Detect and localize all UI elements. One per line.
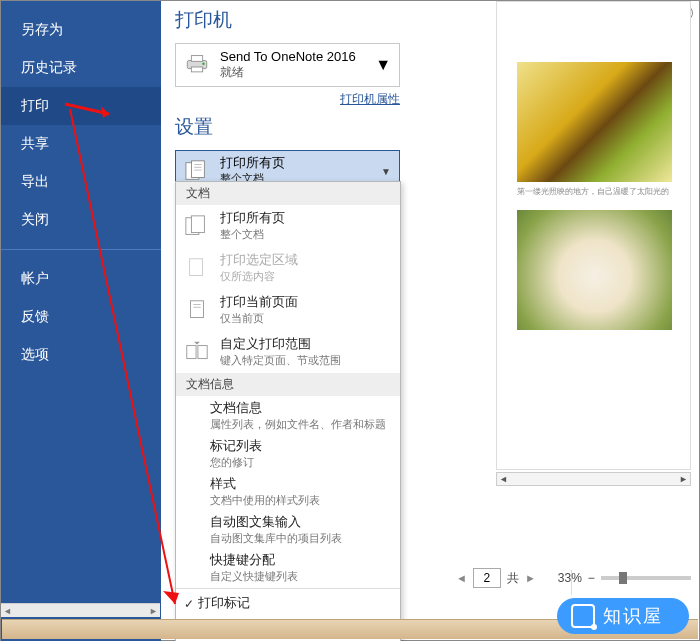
- svg-rect-12: [190, 301, 203, 318]
- pages-icon: [184, 214, 210, 238]
- sidebar-item-feedback[interactable]: 反馈: [1, 298, 161, 336]
- page-total-label: 共: [507, 570, 519, 587]
- sidebar-item-close[interactable]: 关闭: [1, 201, 161, 239]
- print-panel: ? 打印机 Send To OneNote 2016 就绪 ▼ 打印机属性 设置…: [161, 1, 699, 640]
- menu-item-markup-list[interactable]: 标记列表您的修订: [176, 434, 400, 472]
- preview-page: 第一缕光照映的地方，自己温暖了太阳光的: [496, 1, 691, 470]
- sidebar-scrollbar[interactable]: ◄►: [1, 603, 160, 617]
- sidebar-item-history[interactable]: 历史记录: [1, 49, 161, 87]
- preview-caption: 第一缕光照映的地方，自己温暖了太阳光的: [517, 186, 680, 197]
- menu-item-print-all[interactable]: 打印所有页整个文档: [176, 205, 400, 247]
- zoom-out-icon[interactable]: −: [588, 571, 595, 585]
- sidebar-item-export[interactable]: 导出: [1, 163, 161, 201]
- preview-image-dog: [517, 210, 672, 330]
- zoom-bar: ◄ 共 ► 33% −: [456, 568, 691, 588]
- printer-selector[interactable]: Send To OneNote 2016 就绪 ▼: [175, 43, 400, 87]
- zoom-slider[interactable]: [601, 576, 691, 580]
- preview-image-flower: [517, 62, 672, 182]
- preview-scrollbar[interactable]: ◄►: [496, 472, 691, 486]
- svg-rect-16: [198, 346, 207, 359]
- printer-icon: [184, 54, 210, 76]
- print-range-title: 打印所有页: [220, 155, 285, 171]
- printer-status: 就绪: [220, 64, 356, 81]
- logo-icon: [571, 604, 595, 628]
- page-number-input[interactable]: [473, 568, 501, 588]
- menu-group-docinfo: 文档信息: [176, 373, 400, 396]
- menu-item-print-markup[interactable]: ✓打印标记: [176, 591, 400, 616]
- page-icon: [184, 298, 210, 322]
- watermark-badge: 知识屋: [557, 598, 689, 634]
- check-icon: ✓: [180, 597, 198, 611]
- svg-rect-2: [191, 67, 202, 72]
- chevron-down-icon: ▼: [381, 165, 391, 176]
- print-range-menu: 文档 打印所有页整个文档 打印选定区域仅所选内容 打印当前页面仅当前页 自定义打…: [175, 181, 401, 641]
- svg-rect-5: [191, 160, 204, 177]
- page-prev[interactable]: ◄: [456, 572, 467, 584]
- watermark-text: 知识屋: [603, 604, 663, 628]
- chevron-down-icon: ▼: [375, 56, 391, 74]
- svg-point-3: [202, 63, 204, 65]
- backstage-sidebar: 另存为 历史记录 打印 共享 导出 关闭 帐户 反馈 选项 ◄►: [1, 1, 161, 641]
- scroll-right-icon[interactable]: ►: [679, 474, 688, 484]
- sidebar-item-options[interactable]: 选项: [1, 336, 161, 374]
- print-preview: 第一缕光照映的地方，自己温暖了太阳光的 ◄►: [441, 1, 691, 570]
- printer-name: Send To OneNote 2016: [220, 49, 356, 64]
- sidebar-item-print[interactable]: 打印: [1, 87, 161, 125]
- printer-properties-link[interactable]: 打印机属性: [340, 92, 400, 106]
- menu-group-document: 文档: [176, 182, 400, 205]
- sidebar-item-saveas[interactable]: 另存为: [1, 11, 161, 49]
- pages-icon: [184, 159, 210, 183]
- zoom-value: 33%: [558, 571, 582, 585]
- menu-item-shortcuts[interactable]: 快捷键分配自定义快捷键列表: [176, 548, 400, 586]
- menu-item-print-custom[interactable]: 自定义打印范围键入特定页面、节或范围: [176, 331, 400, 373]
- menu-item-print-current[interactable]: 打印当前页面仅当前页: [176, 289, 400, 331]
- menu-item-styles[interactable]: 样式文档中使用的样式列表: [176, 472, 400, 510]
- pages-icon: [184, 256, 210, 280]
- scroll-left-icon[interactable]: ◄: [499, 474, 508, 484]
- menu-item-autotext[interactable]: 自动图文集输入自动图文集库中的项目列表: [176, 510, 400, 548]
- sidebar-item-account[interactable]: 帐户: [1, 260, 161, 298]
- menu-item-print-selection: 打印选定区域仅所选内容: [176, 247, 400, 289]
- svg-rect-11: [190, 259, 203, 276]
- page-next[interactable]: ►: [525, 572, 536, 584]
- svg-rect-15: [187, 346, 196, 359]
- sidebar-item-share[interactable]: 共享: [1, 125, 161, 163]
- menu-item-docinfo[interactable]: 文档信息属性列表，例如文件名、作者和标题: [176, 396, 400, 434]
- range-icon: [184, 340, 210, 364]
- svg-rect-1: [191, 56, 202, 62]
- svg-rect-10: [191, 216, 204, 233]
